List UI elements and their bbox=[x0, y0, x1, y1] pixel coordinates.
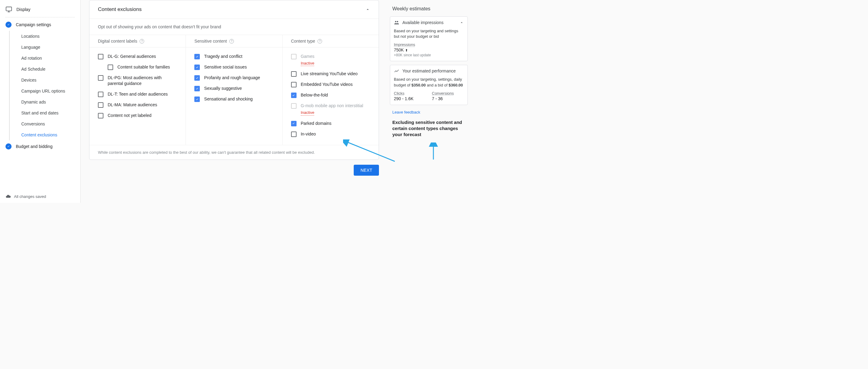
checkbox-icon[interactable] bbox=[98, 75, 103, 81]
weekly-estimates-title: Weekly estimates bbox=[390, 6, 468, 11]
right-panel: Weekly estimates Available impressions B… bbox=[388, 0, 473, 203]
performance-desc: Based on your targeting, settings, daily… bbox=[394, 77, 464, 88]
conversions-metric: Conversions 7 - 36 bbox=[432, 91, 464, 101]
checkbox-icon[interactable] bbox=[291, 121, 297, 126]
checkbox-icon[interactable] bbox=[194, 75, 200, 81]
impressions-body: Based on your targeting and settings but… bbox=[390, 28, 467, 61]
checkbox-icon[interactable] bbox=[194, 96, 200, 102]
impressions-metric-label: Impressions bbox=[394, 42, 464, 47]
col-digital-labels: Digital content labels ? DL-G: General a… bbox=[89, 35, 186, 145]
nav-display[interactable]: Display bbox=[0, 3, 80, 16]
impressions-head[interactable]: Available impressions bbox=[390, 17, 467, 28]
clicks-metric: Clicks 290 - 1.6K bbox=[394, 91, 426, 101]
impressions-metric-sub: +80K since last update bbox=[394, 53, 464, 57]
svg-rect-0 bbox=[6, 7, 11, 11]
checkbox-dl-g[interactable]: DL-G: General audiences bbox=[89, 51, 186, 62]
nav-ad-rotation[interactable]: Ad rotation bbox=[10, 53, 80, 64]
help-icon[interactable]: ? bbox=[140, 39, 144, 44]
nav-display-label: Display bbox=[17, 7, 30, 12]
checkbox-sexual[interactable]: Sexually suggestive bbox=[186, 83, 282, 94]
checkbox-icon[interactable] bbox=[194, 54, 200, 59]
col3-header: Content type ? bbox=[283, 35, 379, 47]
checkbox-icon[interactable] bbox=[98, 113, 103, 118]
impressions-title: Available impressions bbox=[402, 20, 443, 25]
checkbox-icon[interactable] bbox=[98, 54, 103, 59]
checkbox-families[interactable]: Content suitable for families bbox=[89, 62, 186, 73]
checkbox-live-youtube[interactable]: Live streaming YouTube video bbox=[283, 68, 379, 79]
checkbox-icon[interactable] bbox=[291, 71, 297, 77]
checkbox-icon[interactable] bbox=[108, 64, 113, 70]
checkbox-parked[interactable]: Parked domains bbox=[283, 118, 379, 129]
checkbox-icon[interactable] bbox=[98, 102, 103, 108]
performance-body: Based on your targeting, settings, daily… bbox=[390, 77, 467, 105]
check-circle-icon bbox=[5, 22, 11, 28]
status-bar: All changes saved bbox=[0, 190, 80, 203]
nav-devices[interactable]: Devices bbox=[10, 75, 80, 86]
display-icon bbox=[5, 6, 12, 13]
annotation-text: Excluding sensitive content and certain … bbox=[390, 116, 468, 140]
checkbox-icon[interactable] bbox=[291, 92, 297, 98]
nav-campaign-url[interactable]: Campaign URL options bbox=[10, 86, 80, 96]
nav-start-end-dates[interactable]: Start and end dates bbox=[10, 108, 80, 118]
checkbox-sensational[interactable]: Sensational and shocking bbox=[186, 94, 282, 105]
exclusion-columns: Digital content labels ? DL-G: General a… bbox=[89, 35, 379, 145]
help-icon[interactable]: ? bbox=[317, 39, 322, 44]
impressions-desc: Based on your targeting and settings but… bbox=[394, 28, 464, 39]
checkbox-below-fold[interactable]: Below-the-fold bbox=[283, 90, 379, 101]
checkbox-tragedy[interactable]: Tragedy and conflict bbox=[186, 51, 282, 62]
help-icon[interactable]: ? bbox=[229, 39, 234, 44]
performance-card: Your estimated performance Based on your… bbox=[390, 65, 468, 105]
checkbox-invideo[interactable]: In-video bbox=[283, 129, 379, 139]
checkbox-icon[interactable] bbox=[291, 82, 297, 87]
checkbox-social-issues[interactable]: Sensitive social issues bbox=[186, 62, 282, 73]
col-sensitive-content: Sensitive content ? Tragedy and conflict… bbox=[186, 35, 282, 145]
checkbox-icon bbox=[291, 54, 297, 59]
nav-subtree: Locations Language Ad rotation Ad Schedu… bbox=[9, 31, 80, 140]
nav-locations[interactable]: Locations bbox=[10, 31, 80, 42]
col1-header: Digital content labels ? bbox=[89, 35, 186, 47]
checkbox-dl-ma[interactable]: DL-MA: Mature audiences bbox=[89, 100, 186, 110]
checkbox-icon[interactable] bbox=[194, 86, 200, 91]
col-content-type: Content type ? GamesInactive Live stream… bbox=[283, 35, 379, 145]
checkbox-embedded-youtube[interactable]: Embedded YouTube videos bbox=[283, 79, 379, 90]
checkbox-games: GamesInactive bbox=[283, 51, 379, 68]
card-title: Content exclusions bbox=[98, 6, 142, 12]
divider bbox=[186, 47, 282, 48]
nav-budget-bidding-label: Budget and bidding bbox=[16, 144, 53, 149]
checkbox-icon[interactable] bbox=[98, 92, 103, 97]
card-header[interactable]: Content exclusions bbox=[89, 0, 379, 19]
checkbox-profanity[interactable]: Profanity and rough language bbox=[186, 73, 282, 83]
nav-campaign-settings-label: Campaign settings bbox=[16, 22, 51, 27]
sidebar: Display Campaign settings Locations Lang… bbox=[0, 0, 81, 203]
col2-header: Sensitive content ? bbox=[186, 35, 282, 47]
checkbox-not-labeled[interactable]: Content not yet labeled bbox=[89, 110, 186, 121]
nav-content-exclusions[interactable]: Content exclusions bbox=[10, 130, 80, 140]
sidebar-scroll: Display Campaign settings Locations Lang… bbox=[0, 3, 80, 190]
main-content: Content exclusions Opt out of showing yo… bbox=[81, 0, 388, 203]
divider bbox=[89, 47, 186, 48]
people-icon bbox=[394, 20, 399, 25]
divider bbox=[283, 47, 379, 48]
nav-campaign-settings[interactable]: Campaign settings bbox=[0, 19, 80, 31]
nav-conversions[interactable]: Conversions bbox=[10, 118, 80, 130]
leave-feedback-link[interactable]: Leave feedback bbox=[390, 109, 468, 116]
performance-head[interactable]: Your estimated performance bbox=[390, 65, 467, 77]
chevron-up-icon bbox=[365, 7, 370, 12]
checkbox-dl-t[interactable]: DL-T: Teen and older audiences bbox=[89, 89, 186, 100]
checkbox-icon bbox=[291, 103, 297, 109]
svg-point-4 bbox=[397, 21, 398, 23]
card-footnote: While content exclusions are completed t… bbox=[89, 145, 379, 160]
next-button[interactable]: NEXT bbox=[354, 165, 379, 176]
chevron-up-icon bbox=[460, 20, 464, 25]
next-row: NEXT bbox=[89, 160, 379, 177]
nav-language[interactable]: Language bbox=[10, 42, 80, 53]
nav-dynamic-ads[interactable]: Dynamic ads bbox=[10, 96, 80, 108]
checkbox-icon[interactable] bbox=[291, 132, 297, 137]
nav-budget-bidding[interactable]: Budget and bidding bbox=[0, 140, 80, 152]
checkbox-dl-pg[interactable]: DL-PG: Most audiences with parental guid… bbox=[89, 73, 186, 89]
impressions-card: Available impressions Based on your targ… bbox=[390, 17, 468, 61]
svg-point-3 bbox=[395, 21, 397, 23]
trend-icon bbox=[394, 68, 399, 74]
nav-ad-schedule[interactable]: Ad Schedule bbox=[10, 64, 80, 75]
checkbox-icon[interactable] bbox=[194, 64, 200, 70]
